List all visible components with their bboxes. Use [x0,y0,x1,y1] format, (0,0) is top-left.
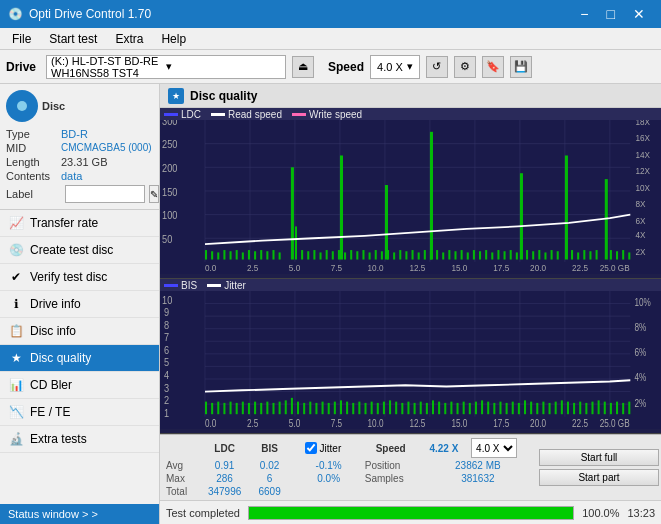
jitter-checkbox[interactable] [305,442,317,454]
close-button[interactable]: ✕ [625,5,653,23]
svg-text:3: 3 [164,381,169,393]
svg-rect-87 [467,252,469,259]
jitter-legend-label: Jitter [224,280,246,291]
bookmark-icon[interactable]: 🔖 [482,56,504,78]
svg-text:300: 300 [162,120,178,127]
svg-rect-105 [577,252,579,259]
svg-rect-92 [497,250,499,259]
create-disc-icon: 💿 [8,242,24,258]
svg-rect-103 [565,155,568,259]
svg-rect-99 [538,250,540,259]
speed-select-dropdown[interactable]: 4.0 X [471,438,517,458]
drive-label: Drive [6,60,36,74]
svg-rect-46 [230,251,232,259]
svg-rect-193 [407,401,409,414]
svg-rect-229 [628,401,630,414]
menu-extra[interactable]: Extra [107,30,151,47]
start-full-button[interactable]: Start full [539,449,659,466]
sidebar-item-fe-te[interactable]: 📉 FE / TE [0,399,159,426]
max-bis: 6 [251,472,289,485]
label-input[interactable] [65,185,145,203]
read-speed-legend-label: Read speed [228,109,282,120]
sidebar-item-cd-bler[interactable]: 📊 CD Bler [0,372,159,399]
refresh-icon[interactable]: ↺ [426,56,448,78]
svg-text:4: 4 [164,369,169,381]
svg-rect-172 [279,401,281,414]
svg-rect-113 [628,252,630,259]
svg-rect-206 [487,401,489,414]
svg-text:200: 200 [162,162,178,174]
svg-rect-68 [362,250,364,259]
svg-text:20.0: 20.0 [530,418,546,429]
svg-rect-176 [303,403,305,414]
svg-rect-161 [211,403,213,414]
svg-rect-86 [461,250,463,259]
svg-text:25.0 GB: 25.0 GB [600,418,630,429]
svg-rect-100 [544,252,546,259]
settings-icon[interactable]: ⚙ [454,56,476,78]
stats-section: LDC BIS Jitter Speed [160,434,661,500]
svg-rect-226 [610,403,612,414]
svg-text:14X: 14X [635,149,650,160]
avg-row-label: Avg [162,459,199,472]
disc-quality-icon: ★ [8,350,24,366]
empty-cell-6 [357,485,421,498]
label-edit-button[interactable]: ✎ [149,185,159,203]
read-speed-color-dot [211,113,225,116]
sidebar-item-create-test-disc[interactable]: 💿 Create test disc [0,237,159,264]
svg-rect-165 [236,403,238,414]
sidebar-item-verify-test-disc[interactable]: ✔ Verify test disc [0,264,159,291]
svg-rect-88 [473,250,475,259]
sidebar-item-disc-quality[interactable]: ★ Disc quality [0,345,159,372]
mid-label: MID [6,142,61,154]
charts-area: LDC Read speed Write speed [160,108,661,434]
disc-quality-header-icon: ★ [168,88,184,104]
drive-select[interactable]: (K:) HL-DT-ST BD-RE WH16NS58 TST4 ▾ [46,55,286,79]
svg-rect-83 [448,250,450,259]
svg-rect-183 [346,401,348,414]
menu-file[interactable]: File [4,30,39,47]
nav-label-create-disc: Create test disc [30,243,113,257]
start-part-button[interactable]: Start part [539,469,659,486]
max-row-label: Max [162,472,199,485]
svg-rect-215 [542,401,544,414]
speed-chevron-icon: ▾ [407,60,413,73]
sidebar-item-disc-info[interactable]: 📋 Disc info [0,318,159,345]
svg-rect-211 [518,403,520,414]
svg-rect-178 [315,403,317,414]
svg-rect-42 [205,250,207,259]
svg-rect-96 [520,173,523,259]
svg-rect-163 [223,403,225,414]
svg-rect-171 [272,403,274,414]
menu-help[interactable]: Help [153,30,194,47]
write-speed-color-dot [292,113,306,116]
jitter-checkbox-cell: Jitter [301,437,357,459]
nav-label-cd-bler: CD Bler [30,378,72,392]
svg-rect-175 [297,401,299,414]
svg-text:100: 100 [162,210,178,222]
menu-bar: File Start test Extra Help [0,28,661,50]
sidebar-item-transfer-rate[interactable]: 📈 Transfer rate [0,210,159,237]
svg-text:12X: 12X [635,166,650,177]
ldc-chart-svg: 300 250 200 150 100 50 18X 16X 14X 12X 1… [160,120,661,274]
save-icon[interactable]: 💾 [510,56,532,78]
svg-rect-213 [530,401,532,414]
menu-start-test[interactable]: Start test [41,30,105,47]
svg-rect-189 [383,401,385,414]
svg-text:7: 7 [164,331,169,343]
empty-cell-8 [467,485,535,498]
sidebar-item-drive-info[interactable]: ℹ Drive info [0,291,159,318]
mid-value: CMCMAGBA5 (000) [61,142,152,154]
svg-rect-199 [444,403,446,414]
minimize-button[interactable]: − [572,5,596,23]
maximize-button[interactable]: □ [599,5,623,23]
eject-icon[interactable]: ⏏ [292,56,314,78]
sidebar-item-extra-tests[interactable]: 🔬 Extra tests [0,426,159,453]
speed-select[interactable]: 4.0 X ▾ [370,55,420,79]
svg-rect-112 [622,250,624,259]
drive-toolbar: Drive (K:) HL-DT-ST BD-RE WH16NS58 TST4 … [0,50,661,84]
status-window-button[interactable]: Status window > > [0,504,159,524]
svg-text:8X: 8X [635,199,645,210]
disc-icon [6,90,38,122]
svg-rect-174 [291,398,293,414]
